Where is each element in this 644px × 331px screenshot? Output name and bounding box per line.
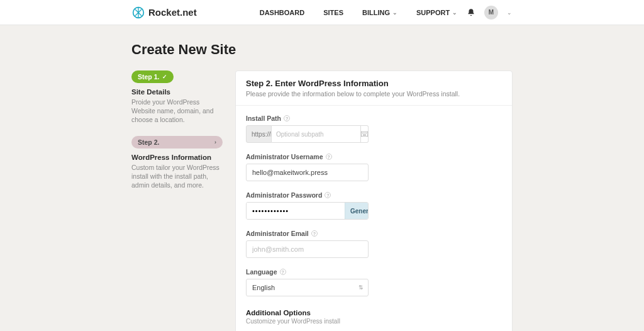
install-path-row: https://hgn9qk2t6...: [246, 125, 369, 143]
brand-logo[interactable]: Rocket.net: [132, 6, 197, 19]
svg-rect-6: [363, 135, 366, 135]
help-icon[interactable]: ?: [325, 192, 331, 198]
panel-title: Step 2. Enter WordPress Information: [246, 79, 502, 88]
rocket-logo-icon: [132, 6, 145, 19]
top-header: Rocket.net DASHBOARD SITES BILLING⌄ SUPP…: [0, 0, 644, 25]
admin-email-input[interactable]: [246, 240, 369, 258]
page-title: Create New Site: [131, 42, 513, 58]
panel-subtitle: Please provide the information below to …: [246, 90, 502, 98]
admin-pw-input[interactable]: [247, 203, 345, 219]
additional-options-title: Additional Options: [246, 309, 502, 317]
form-panel: Step 2. Enter WordPress Information Plea…: [235, 70, 513, 331]
help-icon[interactable]: ?: [284, 115, 290, 121]
language-select[interactable]: English: [246, 279, 369, 296]
help-icon[interactable]: ?: [311, 230, 318, 237]
svg-rect-1: [361, 132, 368, 137]
nav-sites[interactable]: SITES: [323, 9, 343, 16]
wizard-sidebar: Step 1. ✓ Site Details Proide your WordP…: [131, 70, 223, 201]
step-2-desc: Custom tailor your WordPress install wit…: [131, 163, 223, 190]
nav-support[interactable]: SUPPORT⌄: [416, 9, 457, 16]
step-1-pill[interactable]: Step 1. ✓: [131, 70, 174, 83]
chevron-right-icon: ›: [214, 139, 216, 145]
language-label: Language ?: [246, 268, 502, 276]
install-path-prefix: https://hgn9qk2t6...: [246, 125, 272, 143]
brand-name: Rocket.net: [148, 7, 197, 18]
chevron-down-icon: ⌄: [452, 9, 457, 16]
main-nav: DASHBOARD SITES BILLING⌄ SUPPORT⌄: [260, 9, 457, 16]
admin-user-input[interactable]: [246, 164, 369, 181]
additional-options-sub: Customize your WordPress install: [246, 318, 502, 325]
svg-rect-3: [364, 133, 364, 133]
admin-email-label: Administrator Email ?: [246, 230, 502, 237]
user-avatar[interactable]: M: [484, 6, 498, 20]
install-path-label: Install Path ?: [246, 115, 502, 122]
admin-user-label: Administrator Username ?: [246, 153, 502, 160]
nav-dashboard[interactable]: DASHBOARD: [260, 9, 305, 16]
step-1-desc: Proide your WordPress Website name, doma…: [131, 98, 223, 125]
chevron-down-icon[interactable]: ⌄: [507, 9, 512, 16]
nav-billing[interactable]: BILLING⌄: [362, 9, 397, 16]
svg-rect-4: [365, 133, 365, 133]
chevron-down-icon: ⌄: [392, 9, 397, 16]
svg-rect-2: [362, 133, 363, 133]
help-icon[interactable]: ?: [280, 269, 286, 275]
step-1-title: Site Details: [131, 88, 223, 96]
bell-icon[interactable]: [467, 8, 475, 17]
help-icon[interactable]: ?: [326, 154, 332, 160]
svg-rect-5: [366, 133, 367, 133]
check-icon: ✓: [162, 74, 167, 80]
install-path-input[interactable]: [272, 125, 361, 143]
step-2-title: WordPress Information: [131, 154, 223, 161]
keyboard-icon[interactable]: [361, 125, 369, 143]
admin-pw-label: Administrator Password ?: [246, 191, 502, 199]
generate-password-button[interactable]: Generate: [345, 203, 369, 219]
step-2-pill[interactable]: Step 2. ›: [131, 136, 223, 149]
